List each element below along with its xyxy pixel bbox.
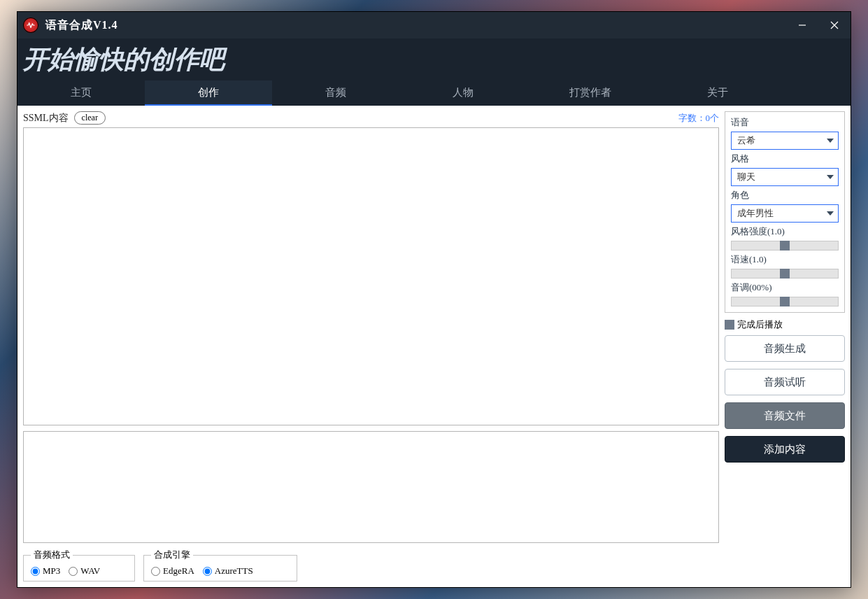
- app-icon: [23, 17, 38, 33]
- ssml-header-row: SSML内容 clear 字数：0个: [23, 111, 719, 125]
- tab-bar: 主页 创作 音频 人物 打赏作者 关于: [17, 80, 851, 106]
- slider-thumb[interactable]: [780, 241, 790, 251]
- radio-mp3-label: MP3: [43, 565, 60, 577]
- audio-format-legend: 音频格式: [31, 549, 73, 561]
- waveform-icon: [26, 20, 36, 30]
- slider-thumb[interactable]: [780, 297, 790, 306]
- engine-legend: 合成引擎: [151, 549, 193, 561]
- radio-edgera-input[interactable]: [151, 567, 160, 576]
- tab-about[interactable]: 关于: [654, 80, 781, 106]
- chevron-down-icon: [827, 175, 834, 179]
- preview-button[interactable]: 音频试听: [725, 369, 845, 395]
- tab-create[interactable]: 创作: [145, 80, 272, 106]
- radio-azuretts[interactable]: AzureTTS: [203, 565, 253, 577]
- tab-home[interactable]: 主页: [17, 80, 145, 106]
- role-value: 成年男性: [737, 207, 774, 220]
- close-button[interactable]: [818, 12, 851, 38]
- radio-mp3-input[interactable]: [31, 567, 40, 576]
- app-window: 语音合成V1.4 开始愉快的创作吧 主页 创作 音频 人物 打赏作者 关于 SS…: [17, 11, 851, 588]
- tab-donate[interactable]: 打赏作者: [527, 80, 654, 106]
- voice-value: 云希: [737, 134, 755, 147]
- pitch-label: 音调(00%): [731, 281, 839, 294]
- radio-wav[interactable]: WAV: [69, 565, 100, 577]
- role-dropdown[interactable]: 成年男性: [731, 204, 839, 223]
- intensity-label: 风格强度(1.0): [731, 225, 839, 238]
- tab-persona[interactable]: 人物: [399, 80, 527, 106]
- radio-azuretts-label: AzureTTS: [215, 565, 253, 577]
- audio-format-group: 音频格式 MP3 WAV: [23, 549, 135, 582]
- ssml-textarea[interactable]: [23, 127, 719, 425]
- add-content-button[interactable]: 添加内容: [725, 436, 845, 463]
- audio-format-radios: MP3 WAV: [31, 565, 127, 577]
- audio-file-button[interactable]: 音频文件: [725, 402, 845, 429]
- chevron-down-icon: [827, 211, 834, 216]
- style-dropdown[interactable]: 聊天: [731, 168, 839, 186]
- right-column: 语音 云希 风格 聊天 角色 成年男性 风格强度(1.0) 语速(1.0): [725, 111, 845, 582]
- action-buttons: 音频生成 音频试听 音频文件 添加内容: [725, 335, 845, 463]
- radio-azuretts-input[interactable]: [203, 567, 212, 576]
- clear-button[interactable]: clear: [74, 111, 106, 125]
- voice-label: 语音: [731, 116, 839, 129]
- titlebar: 语音合成V1.4: [17, 12, 851, 38]
- slider-thumb[interactable]: [780, 269, 790, 279]
- role-label: 角色: [731, 189, 839, 202]
- checkbox-box[interactable]: [725, 320, 734, 330]
- output-textarea[interactable]: [23, 431, 719, 543]
- content-area: SSML内容 clear 字数：0个 音频格式 MP3: [17, 106, 851, 587]
- window-controls: [786, 12, 851, 38]
- left-column: SSML内容 clear 字数：0个 音频格式 MP3: [23, 111, 719, 582]
- engine-radios: EdgeRA AzureTTS: [151, 565, 290, 577]
- radio-edgera-label: EdgeRA: [163, 565, 194, 577]
- chevron-down-icon: [827, 139, 834, 143]
- subheader: 开始愉快的创作吧: [17, 38, 851, 80]
- window-title: 语音合成V1.4: [45, 18, 118, 33]
- radio-wav-input[interactable]: [69, 567, 78, 576]
- voice-dropdown[interactable]: 云希: [731, 132, 839, 150]
- radio-mp3[interactable]: MP3: [31, 565, 60, 577]
- generate-button[interactable]: 音频生成: [725, 335, 845, 362]
- tab-audio[interactable]: 音频: [272, 80, 399, 106]
- play-after-label: 完成后播放: [737, 318, 783, 331]
- bottom-options-row: 音频格式 MP3 WAV 合成引擎: [23, 549, 719, 582]
- play-after-checkbox[interactable]: 完成后播放: [725, 318, 845, 331]
- voice-panel: 语音 云希 风格 聊天 角色 成年男性 风格强度(1.0) 语速(1.0): [725, 111, 845, 313]
- minimize-button[interactable]: [786, 12, 818, 38]
- wordcount-label: 字数：0个: [678, 112, 720, 125]
- style-label: 风格: [731, 153, 839, 165]
- pitch-slider[interactable]: [731, 297, 839, 306]
- subtitle-text: 开始愉快的创作吧: [23, 43, 225, 77]
- style-value: 聊天: [737, 171, 755, 183]
- speed-label: 语速(1.0): [731, 253, 839, 266]
- engine-group: 合成引擎 EdgeRA AzureTTS: [143, 549, 297, 582]
- ssml-label: SSML内容: [23, 112, 69, 125]
- intensity-slider[interactable]: [731, 241, 839, 251]
- radio-edgera[interactable]: EdgeRA: [151, 565, 194, 577]
- speed-slider[interactable]: [731, 269, 839, 279]
- radio-wav-label: WAV: [80, 565, 100, 577]
